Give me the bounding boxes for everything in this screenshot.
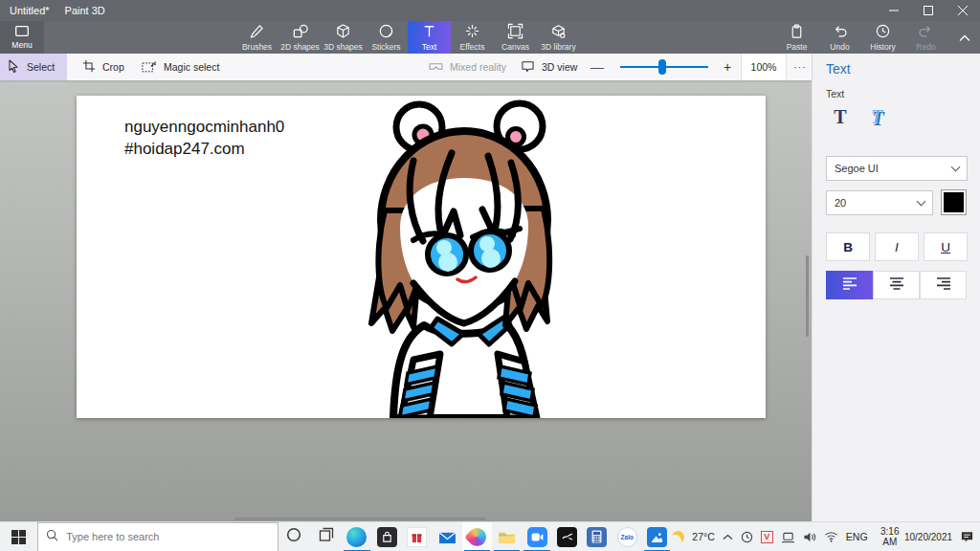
align-left-icon: [842, 276, 858, 295]
3d-text-icon: T: [871, 106, 882, 128]
text-icon: [421, 23, 437, 41]
temperature[interactable]: 27°C: [692, 531, 714, 542]
system-tray: 27°C V ENG 3:16 AM 10/20/2021: [672, 522, 980, 551]
zoom-in-button[interactable]: +: [716, 54, 739, 80]
tray-clock-icon[interactable]: [741, 531, 753, 543]
zoom-percent[interactable]: 100%: [741, 54, 787, 80]
language-indicator[interactable]: ENG: [846, 531, 868, 542]
taskbar-app-gift[interactable]: [402, 522, 432, 551]
maximize-button[interactable]: [911, 0, 946, 21]
horizontal-scrollbar[interactable]: [234, 518, 486, 520]
workspace: nguyenngocminhanh0 #hoidap247.com: [0, 80, 812, 521]
chevron-down-icon: [917, 197, 926, 207]
taskbar-app-edge[interactable]: [342, 522, 371, 551]
zoom-out-button[interactable]: —: [586, 54, 609, 80]
3d-text-button[interactable]: T: [862, 103, 891, 130]
vertical-scrollbar[interactable]: [806, 255, 809, 337]
taskbar-app-snip[interactable]: [552, 522, 582, 551]
taskbar-app-file-explorer[interactable]: [492, 522, 522, 551]
text-color-swatch[interactable]: [941, 189, 967, 215]
font-size-value: 20: [835, 197, 846, 209]
more-options-button[interactable]: ···: [789, 54, 812, 80]
zoom-slider[interactable]: [620, 66, 708, 68]
font-family-dropdown[interactable]: Segoe UI: [826, 156, 968, 181]
file-explorer-icon: [497, 527, 517, 547]
zalo-label: Zalo: [621, 534, 634, 540]
paste-icon: [789, 23, 805, 41]
start-button[interactable]: [0, 522, 37, 551]
wifi-icon[interactable]: [824, 531, 838, 542]
magic-select-button[interactable]: Magic select: [134, 54, 227, 80]
2d-text-icon: T: [834, 106, 846, 128]
tool-brushes[interactable]: Brushes: [235, 21, 278, 54]
taskbar-app-calculator[interactable]: [582, 522, 612, 551]
underline-button[interactable]: U: [924, 232, 968, 261]
text-sidebar: Text Text T T Segoe UI 20 B I U: [812, 54, 980, 521]
undo-button[interactable]: Undo: [818, 21, 861, 54]
align-center-button[interactable]: [873, 271, 920, 299]
taskbar-app-photos[interactable]: [642, 522, 672, 551]
tool-stickers[interactable]: Stickers: [365, 21, 408, 54]
tool-canvas[interactable]: Canvas: [494, 21, 537, 54]
taskbar-app-mail[interactable]: [432, 522, 461, 551]
close-button[interactable]: [946, 0, 980, 21]
windows-logo-icon: [11, 530, 26, 544]
bold-button[interactable]: B: [826, 232, 870, 261]
ellipsis-icon: ···: [793, 61, 807, 73]
speaker-icon[interactable]: [803, 531, 816, 543]
alignment-row: [826, 271, 967, 299]
chevron-down-icon: [951, 163, 961, 172]
taskbar-app-paint-3d[interactable]: [462, 522, 492, 551]
taskbar: Zalo 27°C V ENG 3:16 AM 10/20/2021: [0, 521, 980, 551]
taskbar-app-store[interactable]: [372, 522, 402, 551]
2d-text-button[interactable]: T: [826, 103, 855, 130]
text-type-row: T T: [826, 103, 891, 130]
drawing-canvas[interactable]: nguyenngocminhanh0 #hoidap247.com: [77, 96, 766, 418]
tray-expand-button[interactable]: [723, 534, 733, 540]
brushes-icon: [249, 23, 265, 41]
app-name: Paint 3D: [65, 5, 105, 16]
taskbar-search[interactable]: [37, 522, 278, 551]
display-icon[interactable]: [781, 531, 795, 543]
crop-icon: [82, 59, 96, 75]
paste-button[interactable]: Paste: [775, 21, 818, 54]
tool-3d-library[interactable]: 3D library: [537, 21, 580, 54]
zoom-slider-thumb[interactable]: [658, 59, 666, 75]
minimize-button[interactable]: [877, 0, 911, 21]
paint-3d-icon: [464, 524, 490, 550]
select-button[interactable]: Select: [0, 54, 67, 80]
align-right-button[interactable]: [920, 271, 967, 299]
italic-button[interactable]: I: [875, 232, 919, 261]
action-label: Undo: [830, 42, 849, 52]
search-input[interactable]: [66, 531, 257, 542]
action-center-button[interactable]: [960, 530, 974, 543]
collapse-ribbon-button[interactable]: [951, 21, 978, 54]
menu-button[interactable]: Menu: [0, 21, 44, 54]
taskbar-app-zoom[interactable]: [522, 522, 551, 551]
3d-shapes-icon: [335, 23, 351, 41]
align-left-button[interactable]: [826, 271, 873, 299]
ultraviewer-icon[interactable]: V: [761, 531, 773, 543]
mixed-reality-button: Mixed reality: [421, 54, 514, 80]
tool-2d-shapes[interactable]: 2D shapes: [278, 21, 322, 54]
weather-moon-icon[interactable]: [672, 531, 684, 543]
crop-button[interactable]: Crop: [75, 54, 132, 80]
font-size-dropdown[interactable]: 20: [826, 190, 933, 215]
menu-label: Menu: [11, 40, 32, 50]
tool-text[interactable]: Text: [408, 21, 451, 54]
plus-icon: +: [724, 59, 731, 75]
taskbar-app-zalo[interactable]: Zalo: [612, 522, 642, 551]
3d-view-button[interactable]: 3D view: [513, 54, 585, 80]
character-drawing: [77, 96, 766, 418]
underline-label: U: [941, 240, 950, 254]
tool-effects[interactable]: Effects: [451, 21, 494, 54]
history-button[interactable]: History: [861, 21, 904, 54]
align-center-icon: [889, 276, 904, 295]
zoom-app-icon: [527, 527, 547, 547]
clock[interactable]: 3:16 AM 10/20/2021: [876, 526, 952, 547]
task-view-button[interactable]: [310, 522, 342, 551]
cortana-button[interactable]: [278, 522, 310, 551]
3d-view-label: 3D view: [542, 61, 577, 73]
mail-icon: [437, 527, 457, 547]
tool-3d-shapes[interactable]: 3D shapes: [322, 21, 365, 54]
